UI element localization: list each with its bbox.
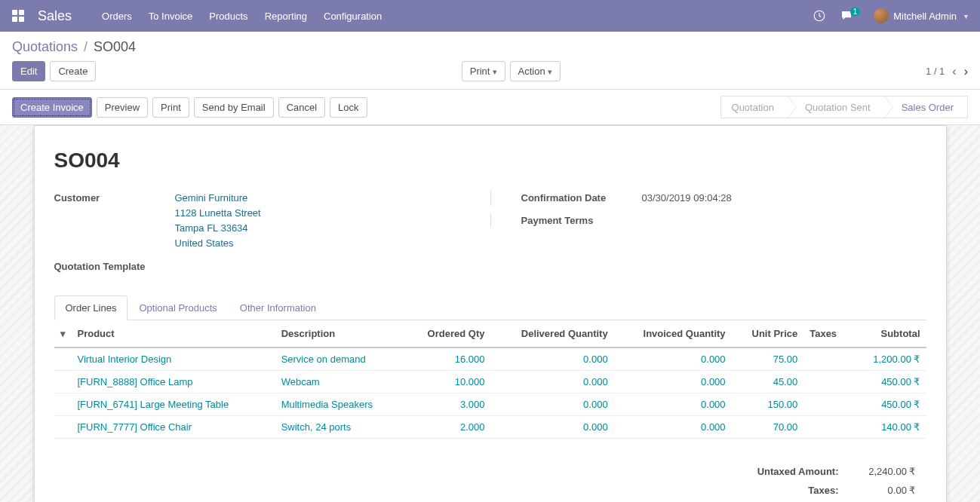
pager-next-icon[interactable]: › — [964, 65, 968, 78]
app-name[interactable]: Sales — [38, 8, 72, 24]
customer-label: Customer — [54, 191, 175, 205]
untaxed-value: 2,240.00 ₹ — [849, 463, 925, 480]
payment-terms-label: Payment Terms — [521, 213, 642, 228]
nav-to-invoice[interactable]: To Invoice — [149, 11, 193, 22]
cancel-button[interactable]: Cancel — [278, 97, 325, 118]
breadcrumb: Quotations / SO004 — [12, 39, 968, 55]
cell-subtotal: 450.00 ₹ — [853, 370, 926, 393]
nav-products[interactable]: Products — [209, 11, 247, 22]
cell-delivered: 0.000 — [490, 393, 613, 415]
cell-unit-price: 75.00 — [732, 347, 804, 371]
cell-taxes — [803, 347, 853, 371]
pager-prev-icon[interactable]: ‹ — [952, 65, 956, 78]
send-email-button[interactable]: Send by Email — [194, 97, 274, 118]
tab-optional-products[interactable]: Optional Products — [127, 295, 228, 320]
pager-text: 1 / 1 — [926, 66, 945, 77]
untaxed-label: Untaxed Amount: — [748, 463, 848, 480]
control-panel: Quotations / SO004 Edit Create Print Act… — [0, 32, 980, 90]
avatar — [874, 8, 889, 23]
customer-address-line2: Tampa FL 33634 — [175, 221, 261, 236]
user-menu[interactable]: Mitchell Admin — [874, 8, 968, 23]
confirmation-date-label: Confirmation Date — [521, 191, 642, 205]
cell-subtotal: 1,200.00 ₹ — [853, 347, 926, 371]
breadcrumb-current: SO004 — [94, 39, 136, 55]
table-row[interactable]: [FURN_6741] Large Meeting TableMultimedi… — [54, 393, 926, 415]
confirmation-date-value: 03/30/2019 09:04:28 — [642, 191, 926, 206]
taxes-value: 0.00 ₹ — [849, 482, 925, 499]
tab-order-lines[interactable]: Order Lines — [54, 295, 128, 320]
status-quotation[interactable]: Quotation — [720, 96, 788, 118]
cell-delivered: 0.000 — [490, 370, 613, 393]
col-ordered[interactable]: Ordered Qty — [404, 320, 491, 347]
taxes-label: Taxes: — [748, 482, 848, 499]
lock-button[interactable]: Lock — [330, 97, 367, 118]
order-lines-table: Product Description Ordered Qty Delivere… — [54, 320, 926, 439]
cell-delivered: 0.000 — [490, 347, 613, 371]
create-button[interactable]: Create — [50, 61, 96, 81]
nav-configuration[interactable]: Configuration — [324, 11, 382, 22]
preview-button[interactable]: Preview — [97, 97, 148, 118]
cell-subtotal: 140.00 ₹ — [853, 415, 926, 438]
table-row[interactable]: [FURN_7777] Office ChairSwitch, 24 ports… — [54, 415, 926, 438]
nav-menu: Orders To Invoice Products Reporting Con… — [102, 11, 813, 22]
cell-description: Webcam — [275, 370, 404, 393]
cell-unit-price: 70.00 — [732, 415, 804, 438]
col-subtotal[interactable]: Subtotal — [853, 320, 926, 347]
totals: Untaxed Amount: 2,240.00 ₹ Taxes: 0.00 ₹ — [54, 461, 926, 500]
create-invoice-button[interactable]: Create Invoice — [12, 97, 92, 118]
cell-ordered: 2.000 — [404, 415, 491, 438]
col-invoiced[interactable]: Invoiced Quantity — [614, 320, 732, 347]
col-taxes[interactable]: Taxes — [803, 320, 853, 347]
cell-invoiced: 0.000 — [614, 415, 732, 438]
table-row[interactable]: Virtual Interior DesignService on demand… — [54, 347, 926, 371]
cell-product[interactable]: [FURN_7777] Office Chair — [72, 415, 275, 438]
customer-name[interactable]: Gemini Furniture — [175, 191, 261, 206]
quotation-template-label: Quotation Template — [54, 259, 175, 274]
messages-count: 1 — [850, 8, 861, 16]
cell-description: Service on demand — [275, 347, 404, 371]
cell-unit-price: 150.00 — [732, 393, 804, 415]
cell-ordered: 10.000 — [404, 370, 491, 393]
user-name: Mitchell Admin — [893, 11, 957, 22]
cell-product[interactable]: [FURN_6741] Large Meeting Table — [72, 393, 275, 415]
tab-other-information[interactable]: Other Information — [229, 295, 327, 320]
form-sheet: SO004 Customer Gemini Furniture 1128 Lun… — [34, 125, 947, 502]
messages-icon[interactable]: 1 — [840, 9, 861, 23]
cell-taxes — [803, 370, 853, 393]
col-unit-price[interactable]: Unit Price — [732, 320, 804, 347]
tabs: Order Lines Optional Products Other Info… — [54, 295, 926, 320]
cell-invoiced: 0.000 — [614, 393, 732, 415]
cell-delivered: 0.000 — [490, 415, 613, 438]
breadcrumb-root[interactable]: Quotations — [12, 39, 78, 55]
print-button[interactable]: Print — [152, 97, 189, 118]
breadcrumb-separator: / — [84, 39, 88, 55]
cell-taxes — [803, 415, 853, 438]
apps-icon[interactable] — [12, 10, 24, 22]
nav-reporting[interactable]: Reporting — [265, 11, 307, 22]
col-description[interactable]: Description — [275, 320, 404, 347]
cell-ordered: 3.000 — [404, 393, 491, 415]
customer-country: United States — [175, 236, 261, 251]
top-navbar: Sales Orders To Invoice Products Reporti… — [0, 0, 980, 32]
action-bar: Create Invoice Preview Print Send by Ema… — [0, 90, 980, 125]
action-dropdown[interactable]: Action — [510, 61, 561, 81]
table-row[interactable]: [FURN_8888] Office LampWebcam10.0000.000… — [54, 370, 926, 393]
print-dropdown[interactable]: Print — [462, 61, 505, 81]
cell-product[interactable]: [FURN_8888] Office Lamp — [72, 370, 275, 393]
status-sent[interactable]: Quotation Sent — [788, 96, 885, 118]
cell-description: Switch, 24 ports — [275, 415, 404, 438]
customer-address-line1: 1128 Lunetta Street — [175, 206, 261, 221]
status-sales-order[interactable]: Sales Order — [885, 96, 968, 118]
cell-unit-price: 45.00 — [732, 370, 804, 393]
col-delivered[interactable]: Delivered Quantity — [490, 320, 613, 347]
col-product[interactable]: Product — [72, 320, 275, 347]
nav-orders[interactable]: Orders — [102, 11, 132, 22]
page-title: SO004 — [54, 148, 926, 173]
chevron-down-icon[interactable] — [60, 328, 66, 339]
cell-description: Multimedia Speakers — [275, 393, 404, 415]
content-area[interactable]: SO004 Customer Gemini Furniture 1128 Lun… — [0, 125, 980, 502]
cell-product[interactable]: Virtual Interior Design — [72, 347, 275, 371]
activity-icon[interactable] — [813, 9, 826, 23]
cell-subtotal: 450.00 ₹ — [853, 393, 926, 415]
edit-button[interactable]: Edit — [12, 61, 45, 81]
